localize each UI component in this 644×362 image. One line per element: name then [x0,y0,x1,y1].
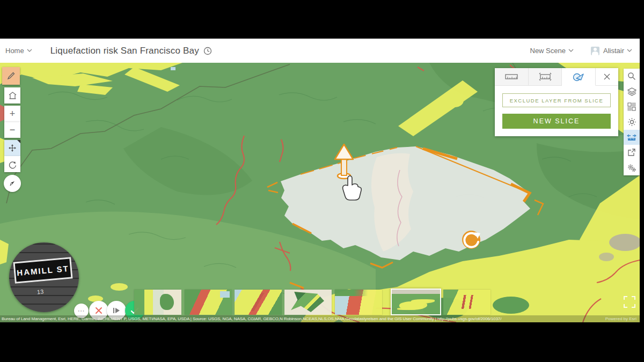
home-icon [8,91,17,100]
chevron-down-icon [627,49,632,53]
slide-thumbnail-5[interactable] [335,290,382,315]
edit-tool-button[interactable] [2,67,20,85]
slide-thumbnail-7[interactable] [443,290,491,315]
play-next-icon [113,307,120,314]
street-sign-photo: HAMILL ST 13 [9,242,79,312]
tab-measure-line[interactable] [495,68,529,85]
daylight-sun-icon [627,117,636,127]
exclude-layer-button[interactable]: EXCLUDE LAYER FROM SLICE [502,93,611,107]
slice-tool-icon [627,133,636,141]
sidebar-item-settings[interactable] [624,160,640,175]
sidebar-item-search[interactable] [624,69,640,84]
video-frame: Home Liquefaction risk San Francisco Bay… [0,0,644,362]
sidebar-item-share[interactable] [624,145,640,160]
measure-area-icon [539,72,552,81]
street-sign-number: 13 [37,288,44,295]
attribution-bar: Bureau of Land Management, Esri, HERE, G… [0,315,640,322]
scene-3d-map[interactable]: + − [0,63,640,322]
panel-close-button[interactable] [596,68,618,85]
home-view-button[interactable] [4,87,20,104]
settings-gears-icon [627,164,636,172]
zoom-in-glyph: + [10,108,16,120]
street-sign: HAMILL ST [13,257,72,283]
search-icon [627,72,636,80]
rotate-handle[interactable] [462,231,480,249]
home-menu-button[interactable]: Home [5,47,32,55]
layers-icon [627,87,636,96]
exclude-layer-label: EXCLUDE LAYER FROM SLICE [510,98,604,104]
rotate-tool-button[interactable] [4,156,20,172]
sidebar-item-daylight[interactable] [624,114,640,129]
chevron-down-icon [27,49,32,53]
red-x-icon [95,307,103,314]
zoom-out-glyph: − [10,124,16,136]
street-sign-text: HAMILL ST [17,263,70,277]
powered-by-esri: Powered by Esri [605,316,636,321]
fullscreen-icon [623,295,636,309]
tool-options-corner [17,140,20,143]
sidebar-item-basemap[interactable] [624,99,640,114]
new-slice-label: NEW SLICE [533,117,580,125]
pan-tool-button[interactable] [4,140,20,156]
tab-slice[interactable] [562,68,596,86]
attribution-text: Bureau of Land Management, Esri, HERE, G… [0,316,501,321]
share-icon [627,148,636,157]
compass-button[interactable] [4,175,21,192]
pencil-icon [6,71,16,80]
tools-sidebar [624,69,640,175]
new-scene-button[interactable]: New Scene [530,47,574,55]
scene-viewer-app: Home Liquefaction risk San Francisco Bay… [0,39,640,322]
ellipsis-icon: ⋯ [78,307,85,315]
measure-line-icon [505,73,518,80]
slide-thumbnail-6-selected[interactable] [391,289,441,315]
slide-thumbnail-3[interactable] [235,290,282,315]
tab-measure-area[interactable] [529,68,562,85]
scene-title: Liquefaction risk San Francisco Bay [50,46,212,56]
rotate-icon [8,160,17,169]
new-scene-label: New Scene [530,47,566,55]
measure-tabs [495,68,618,86]
clock-recent-icon [203,47,212,55]
new-slice-button[interactable]: NEW SLICE [502,114,611,129]
slide-thumbnail-2[interactable] [185,290,232,315]
slice-icon [572,71,585,82]
app-header: Home Liquefaction risk San Francisco Bay… [0,39,640,63]
sidebar-item-layers[interactable] [624,84,640,99]
sidebar-item-slice[interactable] [624,130,640,145]
slice-panel: EXCLUDE LAYER FROM SLICE NEW SLICE [495,68,618,136]
person-avatar-icon [591,47,599,55]
zoom-in-button[interactable]: + [4,106,20,122]
user-menu-button[interactable]: Alistair [603,47,632,55]
pan-arrows-icon [8,143,17,153]
home-menu-label: Home [5,47,24,55]
chevron-down-icon [568,49,574,53]
close-icon [604,73,610,80]
zoom-out-button[interactable]: − [4,122,20,138]
scene-title-text: Liquefaction risk San Francisco Bay [50,46,199,56]
basemap-icon [627,102,636,111]
slide-thumbnail-1[interactable] [134,290,181,315]
user-name-label: Alistair [603,47,624,55]
slide-thumbnail-4[interactable] [284,290,332,315]
compass-needle-icon [8,179,17,188]
fullscreen-button[interactable] [623,295,636,309]
